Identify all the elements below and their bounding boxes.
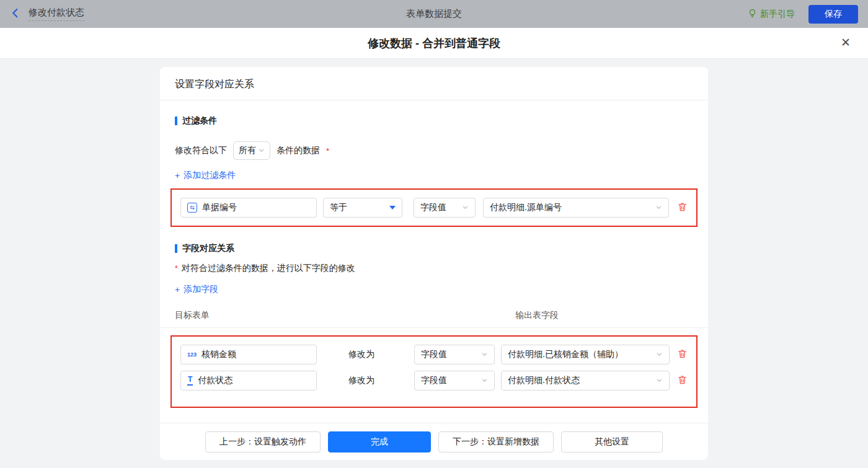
modal-body: 设置字段对应关系 过滤条件 修改符合以下 所有 条件的数据 * bbox=[0, 59, 868, 468]
trash-icon bbox=[677, 348, 688, 361]
chevron-down-icon bbox=[655, 203, 662, 213]
match-mode-select[interactable]: 所有 bbox=[233, 141, 270, 160]
output-field-select[interactable]: 付款明细.已核销金额（辅助） bbox=[501, 345, 670, 364]
section-accent-bar bbox=[175, 117, 177, 125]
mapping-row: T 付款状态 修改为 字段值 付款明细.付款状态 bbox=[180, 371, 688, 391]
target-form-column-header: 目标表单 bbox=[175, 310, 210, 320]
divider bbox=[160, 327, 708, 328]
filter-condition-row: ⇆ 单据编号 等于 字段值 付款明细.源单编号 bbox=[170, 188, 698, 227]
workflow-title[interactable]: 修改付款状态 bbox=[29, 7, 84, 21]
value-type-select[interactable]: 字段值 bbox=[414, 371, 495, 391]
beginner-guide-label: 新手引导 bbox=[760, 9, 795, 20]
chevron-down-icon bbox=[258, 146, 265, 156]
output-field-select[interactable]: 付款明细.付款状态 bbox=[501, 371, 670, 391]
trash-icon bbox=[677, 201, 688, 214]
output-field-value: 付款明细.付款状态 bbox=[508, 375, 580, 386]
required-mark: * bbox=[326, 146, 329, 156]
chevron-down-icon bbox=[481, 376, 488, 386]
match-suffix-label: 条件的数据 bbox=[277, 145, 320, 156]
target-field-label: 付款状态 bbox=[198, 375, 232, 386]
output-field-column-header: 输出表字段 bbox=[515, 310, 559, 321]
mapping-row: 123 核销金额 修改为 字段值 付款明细.已核销金额（辅助） bbox=[180, 345, 688, 364]
source-field-value: 付款明细.源单编号 bbox=[490, 202, 562, 213]
value-type-value: 字段值 bbox=[421, 375, 447, 386]
chevron-down-icon bbox=[462, 203, 469, 213]
mapping-description: 对符合过滤条件的数据，进行以下字段的修改 bbox=[182, 263, 355, 274]
mapping-section-title: 字段对应关系 bbox=[182, 243, 234, 254]
filter-field-chip[interactable]: ⇆ 单据编号 bbox=[180, 198, 317, 218]
next-step-button[interactable]: 下一步：设置新增数据 bbox=[438, 431, 554, 453]
prev-step-button[interactable]: 上一步：设置触发动作 bbox=[205, 431, 321, 453]
target-field-chip[interactable]: T 付款状态 bbox=[180, 371, 317, 391]
add-field-link[interactable]: + 添加字段 bbox=[160, 284, 233, 295]
close-icon[interactable]: ✕ bbox=[841, 37, 851, 48]
beginner-guide-button[interactable]: 新手引导 bbox=[748, 9, 795, 20]
done-button[interactable]: 完成 bbox=[328, 431, 431, 453]
settings-card: 设置字段对应关系 过滤条件 修改符合以下 所有 条件的数据 * bbox=[160, 67, 708, 460]
lightbulb-icon bbox=[748, 9, 757, 20]
operator-select[interactable]: 等于 bbox=[323, 198, 402, 218]
value-type-select[interactable]: 字段值 bbox=[414, 345, 495, 364]
match-mode-value: 所有 bbox=[239, 145, 256, 156]
card-title: 设置字段对应关系 bbox=[175, 79, 254, 89]
target-field-chip[interactable]: 123 核销金额 bbox=[180, 345, 317, 364]
field-mapping-rows: 123 核销金额 修改为 字段值 付款明细.已核销金额（辅助） bbox=[170, 335, 698, 408]
chevron-down-icon bbox=[656, 350, 663, 360]
plus-icon: + bbox=[175, 170, 180, 180]
delete-mapping-button[interactable] bbox=[677, 348, 688, 361]
number-field-icon: 123 bbox=[187, 351, 197, 358]
section-accent-bar bbox=[175, 244, 177, 253]
chevron-down-icon bbox=[481, 350, 488, 360]
value-type-select[interactable]: 字段值 bbox=[414, 198, 476, 218]
chevron-down-icon bbox=[656, 376, 663, 386]
delete-mapping-button[interactable] bbox=[677, 374, 688, 387]
plus-icon: + bbox=[175, 285, 180, 294]
trash-icon bbox=[677, 374, 688, 387]
value-type-value: 字段值 bbox=[420, 202, 446, 213]
modal-title: 修改数据 - 合并到普通字段 bbox=[368, 36, 500, 51]
add-filter-condition-label: 添加过滤条件 bbox=[184, 170, 236, 181]
source-field-select[interactable]: 付款明细.源单编号 bbox=[483, 198, 669, 218]
other-settings-button[interactable]: 其他设置 bbox=[561, 431, 663, 453]
operator-value: 等于 bbox=[330, 202, 347, 213]
match-prefix-label: 修改符合以下 bbox=[175, 145, 227, 156]
required-mark: * bbox=[175, 264, 178, 273]
add-filter-condition-link[interactable]: + 添加过滤条件 bbox=[160, 170, 250, 181]
topbar: 修改付款状态 表单数据提交 新手引导 保存 bbox=[0, 0, 868, 28]
add-field-label: 添加字段 bbox=[184, 284, 218, 295]
serial-number-field-icon: ⇆ bbox=[187, 203, 197, 213]
text-field-icon: T bbox=[187, 376, 193, 385]
delete-filter-button[interactable] bbox=[677, 201, 688, 214]
back-button[interactable] bbox=[10, 7, 21, 20]
target-field-label: 核销金额 bbox=[202, 349, 236, 360]
card-footer: 上一步：设置触发动作 完成 下一步：设置新增数据 其他设置 bbox=[160, 423, 708, 460]
save-button[interactable]: 保存 bbox=[808, 5, 858, 24]
caret-down-icon bbox=[389, 206, 396, 210]
filter-section-title: 过滤条件 bbox=[182, 115, 217, 126]
value-type-value: 字段值 bbox=[421, 349, 447, 360]
filter-field-label: 单据编号 bbox=[202, 202, 237, 213]
page-title: 表单数据提交 bbox=[0, 8, 868, 20]
modify-to-label: 修改为 bbox=[348, 375, 376, 386]
modify-to-label: 修改为 bbox=[348, 349, 376, 360]
output-field-value: 付款明细.已核销金额（辅助） bbox=[508, 349, 623, 360]
modal-header: 修改数据 - 合并到普通字段 ✕ bbox=[0, 28, 868, 59]
chevron-left-icon bbox=[10, 7, 21, 20]
